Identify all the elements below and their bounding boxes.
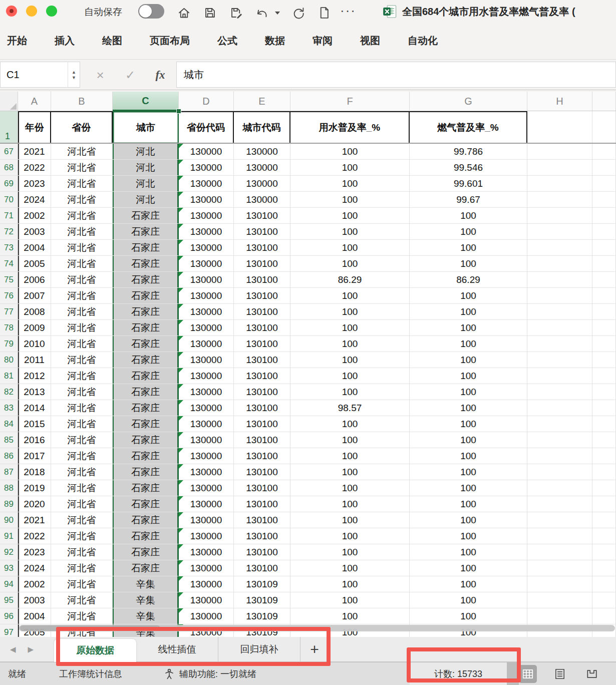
cell-H88[interactable] [527,480,592,496]
cell-E95[interactable]: 130109 [234,592,290,608]
name-box[interactable]: C1 ▲▼ [0,62,80,88]
cell-C94[interactable]: 辛集 [113,576,179,592]
cell-E96[interactable]: 130109 [234,608,290,624]
cell-D81[interactable]: 130000 [179,368,234,384]
cell-G81[interactable]: 100 [410,368,527,384]
cell-D96[interactable]: 130000 [179,608,234,624]
cell-A88[interactable]: 2019 [18,480,51,496]
cell-A69[interactable]: 2023 [18,176,51,192]
cell-C72[interactable]: 石家庄 [113,224,179,240]
cell-C83[interactable]: 石家庄 [113,400,179,416]
column-header-F[interactable]: F [290,92,410,111]
undo-dropdown-icon[interactable] [275,12,280,15]
cell-G95[interactable]: 100 [410,592,527,608]
row-header-75[interactable]: 75 [0,272,18,288]
cell-D74[interactable]: 130000 [179,256,234,272]
cell-F68[interactable]: 100 [290,160,410,176]
cell-A83[interactable]: 2014 [18,400,51,416]
cell-G92[interactable]: 100 [410,544,527,560]
cell-sliver81[interactable] [592,368,616,384]
cell-H85[interactable] [527,432,592,448]
save-as-icon[interactable] [225,5,247,22]
column-header-sliver[interactable] [592,92,616,111]
cell-sliver95[interactable] [592,592,616,608]
cell-A87[interactable]: 2018 [18,464,51,480]
cell-C93[interactable]: 石家庄 [113,560,179,576]
cell-sliver92[interactable] [592,544,616,560]
cell-G68[interactable]: 99.546 [410,160,527,176]
column-header-H[interactable]: H [527,92,592,111]
cell-F92[interactable]: 100 [290,544,410,560]
cell-D91[interactable]: 130000 [179,528,234,544]
page-break-view-button[interactable] [583,665,601,683]
cell-E85[interactable]: 130100 [234,432,290,448]
cell-D95[interactable]: 130000 [179,592,234,608]
cell-G71[interactable]: 100 [410,208,527,224]
cell-B92[interactable]: 河北省 [51,544,113,560]
cell-G86[interactable]: 100 [410,448,527,464]
cell-C92[interactable]: 石家庄 [113,544,179,560]
cell-H94[interactable] [527,576,592,592]
cell-E88[interactable]: 130100 [234,480,290,496]
cell-A96[interactable]: 2004 [18,608,51,624]
cell-E80[interactable]: 130100 [234,352,290,368]
cell-H73[interactable] [527,240,592,256]
cell-E1[interactable]: 城市代码 [234,111,290,144]
cell-C80[interactable]: 石家庄 [113,352,179,368]
cell-B1[interactable]: 省份 [51,111,113,144]
cell-D68[interactable]: 130000 [179,160,234,176]
cell-F81[interactable]: 100 [290,368,410,384]
cell-A1[interactable]: 年份 [18,111,51,144]
cell-D86[interactable]: 130000 [179,448,234,464]
cell-C75[interactable]: 石家庄 [113,272,179,288]
cell-B93[interactable]: 河北省 [51,560,113,576]
row-header-72[interactable]: 72 [0,224,18,240]
row-header-96[interactable]: 96 [0,608,18,624]
cell-F86[interactable]: 100 [290,448,410,464]
ribbon-tab-公式[interactable]: 公式 [217,34,237,48]
row-header-84[interactable]: 84 [0,416,18,432]
cell-B86[interactable]: 河北省 [51,448,113,464]
row-header-76[interactable]: 76 [0,288,18,304]
column-header-G[interactable]: G [410,92,527,111]
cell-G87[interactable]: 100 [410,464,527,480]
cell-F93[interactable]: 100 [290,560,410,576]
cell-D90[interactable]: 130000 [179,512,234,528]
cell-F87[interactable]: 100 [290,464,410,480]
cell-A67[interactable]: 2021 [18,144,51,160]
cell-sliver90[interactable] [592,512,616,528]
ribbon-tab-视图[interactable]: 视图 [360,34,380,48]
ribbon-tab-数据[interactable]: 数据 [265,34,285,48]
cell-E81[interactable]: 130100 [234,368,290,384]
cell-sliver74[interactable] [592,256,616,272]
cell-C79[interactable]: 石家庄 [113,336,179,352]
cell-E90[interactable]: 130100 [234,512,290,528]
cell-F94[interactable]: 100 [290,576,410,592]
more-icon[interactable]: ··· [340,3,356,19]
cell-B67[interactable]: 河北省 [51,144,113,160]
cell-B87[interactable]: 河北省 [51,464,113,480]
cell-H1[interactable] [527,111,592,144]
autosave-toggle[interactable] [138,4,164,19]
cell-B83[interactable]: 河北省 [51,400,113,416]
cell-sliver73[interactable] [592,240,616,256]
cell-A90[interactable]: 2021 [18,512,51,528]
row-header-78[interactable]: 78 [0,320,18,336]
cell-sliver94[interactable] [592,576,616,592]
cell-G93[interactable]: 100 [410,560,527,576]
cell-B85[interactable]: 河北省 [51,432,113,448]
cell-G72[interactable]: 100 [410,224,527,240]
cell-B73[interactable]: 河北省 [51,240,113,256]
cell-F72[interactable]: 100 [290,224,410,240]
cell-C81[interactable]: 石家庄 [113,368,179,384]
cell-B77[interactable]: 河北省 [51,304,113,320]
ribbon-tab-自动化[interactable]: 自动化 [408,34,438,48]
cell-C87[interactable]: 石家庄 [113,464,179,480]
cell-D85[interactable]: 130000 [179,432,234,448]
ribbon-tab-页面布局[interactable]: 页面布局 [150,34,190,48]
cell-A74[interactable]: 2005 [18,256,51,272]
sheet-prev-icon[interactable]: ◀ [10,645,16,654]
cell-E68[interactable]: 130000 [234,160,290,176]
cell-H70[interactable] [527,192,592,208]
row-header-93[interactable]: 93 [0,560,18,576]
